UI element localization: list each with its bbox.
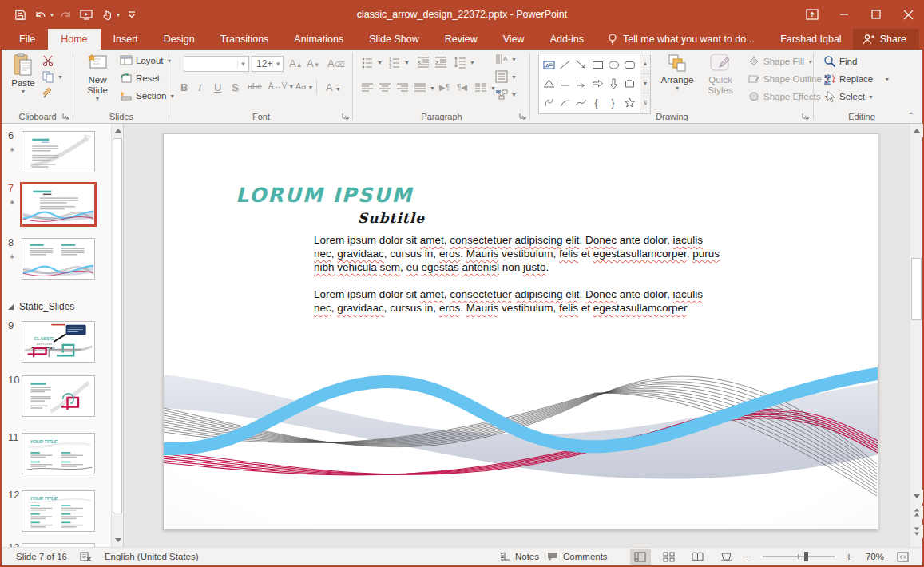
arrange-button[interactable]: Arrange ▼ (656, 53, 698, 91)
curve-shape-icon[interactable] (573, 93, 589, 112)
copy-button[interactable]: ▼ (42, 70, 63, 83)
font-color-button[interactable]: A▼ (326, 81, 341, 93)
align-right-button[interactable] (396, 81, 409, 94)
section-header-static-slides[interactable]: Static_Slides (2, 301, 111, 312)
arc-shape-icon[interactable] (557, 93, 573, 112)
reset-button[interactable]: Reset (120, 72, 160, 85)
thumbnail-scrollbar-thumb[interactable] (113, 138, 122, 513)
layout-button[interactable]: Layout▼ (120, 54, 172, 67)
font-dialog-launcher-icon[interactable] (342, 113, 350, 121)
thumbnail-scroll-down-icon[interactable] (112, 533, 124, 547)
slide-thumbnail-13[interactable]: 13 (2, 541, 111, 547)
zoom-slider-thumb[interactable] (804, 552, 808, 561)
thumbnail-image[interactable] (22, 375, 95, 417)
language-indicator[interactable]: English (United States) (105, 552, 199, 561)
slide-area-scrollbar[interactable] (910, 124, 922, 547)
slide-sorter-view-button[interactable] (659, 549, 680, 565)
decrease-indent-button[interactable] (417, 56, 430, 69)
tab-design[interactable]: Design (151, 29, 208, 50)
slide-body-text[interactable]: Lorem ipsum dolor sit amet, consectetuer… (314, 233, 724, 328)
slide-thumbnail-9[interactable]: 9CLASSICARROWSDESIGN (2, 319, 111, 364)
triangle-shape-icon[interactable] (541, 74, 557, 93)
thumbnail-image[interactable] (22, 131, 95, 172)
slide-title[interactable]: LORUM IPSUM (236, 184, 413, 207)
thumbnail-image[interactable] (22, 238, 95, 280)
slide-canvas[interactable]: LORUM IPSUM Subtitle Lorem ipsum dolor s… (163, 133, 878, 530)
next-slide-button[interactable] (910, 525, 923, 538)
arrow-shape-icon[interactable] (573, 56, 589, 74)
bullets-button[interactable]: ▼ (361, 56, 383, 69)
align-center-button[interactable] (379, 81, 391, 94)
slide-thumbnail-12[interactable]: 12YOUR TITLE (2, 489, 111, 533)
text-direction-button[interactable]: A▼ (495, 53, 517, 65)
start-from-beginning-icon[interactable] (77, 6, 95, 23)
touch-mode-dropdown-icon[interactable]: ▾ (117, 11, 120, 18)
undo-dropdown-icon[interactable]: ▾ (50, 11, 54, 18)
right-arrow-shape-icon[interactable] (589, 74, 605, 93)
left-brace-shape-icon[interactable]: { (589, 93, 605, 112)
slide-paragraph[interactable]: Lorem ipsum dolor sit amet, consectetuer… (314, 233, 724, 274)
slide-scroll-up-icon[interactable] (910, 124, 923, 137)
undo-icon[interactable] (32, 6, 50, 23)
thumbnail-scroll-up-icon[interactable] (112, 124, 124, 137)
user-name[interactable]: Farshad Iqbal (780, 34, 841, 45)
right-brace-shape-icon[interactable]: } (605, 93, 621, 112)
decrease-font-size-button[interactable]: A▼ (307, 57, 320, 69)
clipboard-dialog-launcher-icon[interactable] (62, 113, 70, 121)
change-case-button[interactable]: Aa▼ (295, 81, 313, 91)
line-shape-icon[interactable] (557, 56, 573, 74)
text-box-shape-icon[interactable]: A (541, 56, 557, 74)
oval-shape-icon[interactable] (605, 56, 621, 74)
replace-button[interactable]: abac Replace▼ (823, 73, 890, 85)
italic-button[interactable]: I (198, 81, 201, 94)
rectangle-shape-icon[interactable] (589, 56, 605, 74)
slide-thumbnail-8[interactable]: 8✶ (2, 236, 111, 281)
font-size-combobox[interactable]: 12+ ▼ (252, 56, 284, 72)
bold-button[interactable]: B (180, 81, 188, 93)
slide-scroll-down-icon[interactable] (910, 490, 923, 503)
tab-review[interactable]: Review (432, 29, 490, 50)
customize-quick-access-toolbar-icon[interactable] (123, 6, 141, 23)
shapes-scroll-down-icon[interactable]: ▼ (640, 74, 650, 94)
align-text-button[interactable]: ▼ (495, 70, 517, 83)
star-shape-icon[interactable] (622, 93, 638, 112)
drawing-dialog-launcher-icon[interactable] (802, 113, 810, 121)
share-button[interactable]: Share (853, 29, 919, 50)
fit-slide-to-window-button[interactable] (892, 549, 913, 565)
select-button[interactable]: Select▼ (823, 90, 874, 103)
tab-file[interactable]: File (6, 29, 48, 50)
previous-slide-button[interactable] (910, 506, 923, 519)
scribble-shape-icon[interactable] (541, 93, 557, 112)
freeform-shape-icon[interactable] (622, 74, 638, 93)
strikethrough-button[interactable]: abc (248, 81, 262, 91)
increase-indent-button[interactable] (434, 56, 447, 69)
rtl-direction-button[interactable]: ¶◀ (457, 83, 467, 92)
character-spacing-button[interactable]: A↔V▼ (268, 81, 294, 90)
thumbnail-image[interactable] (22, 184, 95, 225)
shapes-scroll-up-icon[interactable]: ▲ (640, 54, 650, 74)
zoom-level[interactable]: 70% (860, 552, 884, 561)
font-name-combobox[interactable]: ▼ (184, 56, 249, 72)
paste-button[interactable]: Paste ▼ (6, 53, 40, 94)
rounded-rectangle-shape-icon[interactable] (622, 56, 638, 74)
quick-styles-button[interactable]: Quick Styles (700, 53, 741, 96)
slide-subtitle[interactable]: Subtitle (358, 210, 425, 226)
tab-animations[interactable]: Animations (281, 29, 356, 50)
new-slide-button[interactable]: New Slide ▼ (80, 53, 115, 101)
thumbnail-image[interactable]: CLASSICARROWSDESIGN (22, 321, 95, 363)
section-button[interactable]: Section▼ (120, 89, 175, 102)
ltr-direction-button[interactable]: ▶¶ (439, 83, 450, 92)
maximize-icon[interactable] (860, 2, 892, 26)
thumbnail-image[interactable]: YOUR TITLE (22, 433, 95, 474)
close-icon[interactable] (892, 2, 924, 26)
tab-add-ins[interactable]: Add-ins (537, 29, 597, 50)
columns-button[interactable]: ▼ (474, 81, 496, 94)
text-shadow-button[interactable]: S (232, 81, 239, 93)
shapes-more-icon[interactable]: ⊽ (640, 93, 650, 113)
numbering-button[interactable]: 123▼ (388, 56, 410, 69)
down-arrow-shape-icon[interactable] (605, 74, 621, 93)
align-left-button[interactable] (361, 81, 374, 94)
increase-font-size-button[interactable]: A▲ (289, 57, 303, 69)
spellcheck-icon[interactable] (80, 551, 92, 562)
notes-button[interactable]: Notes (499, 552, 539, 561)
